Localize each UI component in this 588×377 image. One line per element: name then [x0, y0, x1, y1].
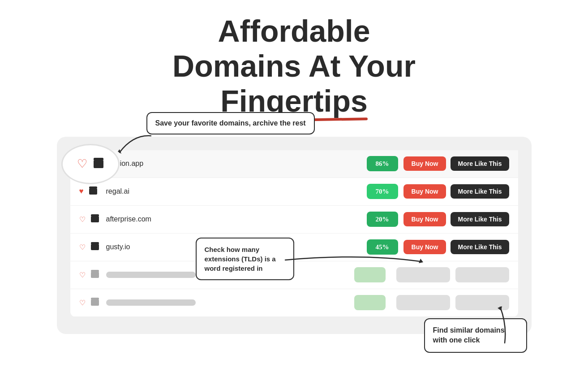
hero-heading: Affordable Domains At Your Fingertips — [172, 13, 416, 119]
more-like-this-button[interactable]: More Like This — [451, 184, 509, 199]
hero-title: Affordable Domains At Your Fingertips — [172, 13, 416, 119]
row-actions: ♡ — [79, 243, 106, 251]
table-row: ♡ afterprise.com 20% Buy Now More Like T… — [70, 206, 518, 234]
tooltip-save: Save your favorite domains, archive the … — [146, 112, 315, 134]
archive-icon[interactable] — [89, 188, 97, 195]
buy-now-button[interactable]: Buy Now — [403, 240, 446, 254]
table-row: ♡ gusty.io 45% Buy Now More Like This — [70, 234, 518, 261]
table-row: ♡ — [70, 261, 518, 289]
archive-icon[interactable] — [91, 216, 99, 222]
table-row: ♡ — [70, 289, 518, 317]
domain-name: regal.ai — [106, 187, 367, 195]
score-badge: 70% — [367, 184, 398, 199]
archive-icon[interactable] — [91, 299, 99, 306]
tooltip-similar: Find similar domains with one click — [424, 318, 527, 353]
heart-icon[interactable]: ♡ — [79, 299, 86, 307]
domain-name: ampion.app — [106, 160, 367, 168]
archive-icon[interactable] — [91, 272, 99, 278]
score-badge-placeholder — [354, 295, 386, 310]
row-actions: ♥ — [79, 187, 106, 196]
row-actions: ♡ — [79, 299, 106, 307]
row-actions: ♡ — [79, 215, 106, 224]
highlight-heart-icon: ♡ — [77, 157, 87, 171]
buy-now-button[interactable]: Buy Now — [403, 184, 446, 199]
more-like-this-button[interactable]: More Like This — [451, 212, 509, 226]
buy-button-placeholder — [396, 267, 450, 282]
tooltip-extensions: Check how many extensions (TLDs) is a wo… — [196, 238, 294, 280]
more-button-placeholder — [455, 295, 509, 310]
heart-icon[interactable]: ♡ — [79, 271, 86, 279]
more-like-this-button[interactable]: More Like This — [451, 240, 509, 254]
score-badge: 86% — [367, 156, 398, 171]
placeholder-domain — [106, 272, 196, 278]
heart-icon[interactable]: ♡ — [79, 215, 86, 224]
buy-now-button[interactable]: Buy Now — [403, 156, 446, 171]
heart-icon[interactable]: ♡ — [79, 243, 86, 251]
buy-now-button[interactable]: Buy Now — [403, 212, 446, 226]
buy-button-placeholder — [396, 295, 450, 310]
table-area: ♡ ♥ ampion.app 86% Buy Now More Like Thi… — [70, 150, 518, 317]
table-row: ♥ ampion.app 86% Buy Now More Like This — [70, 150, 518, 178]
domain-name: afterprise.com — [106, 215, 367, 223]
heart-icon[interactable]: ♥ — [79, 187, 84, 196]
more-like-this-button[interactable]: More Like This — [451, 156, 509, 171]
more-button-placeholder — [455, 267, 509, 282]
highlight-archive-icon — [94, 160, 103, 168]
table-row: ♥ regal.ai 70% Buy Now More Like This — [70, 178, 518, 206]
archive-icon[interactable] — [91, 244, 99, 250]
score-badge-placeholder — [354, 267, 386, 282]
score-badge: 45% — [367, 239, 398, 255]
placeholder-domain — [106, 299, 196, 306]
ui-card: Save your favorite domains, archive the … — [57, 137, 532, 334]
icon-highlight-circle: ♡ — [61, 144, 120, 184]
row-actions: ♡ — [79, 271, 106, 279]
score-badge: 20% — [367, 212, 398, 227]
page-container: Affordable Domains At Your Fingertips Sa… — [0, 0, 588, 377]
